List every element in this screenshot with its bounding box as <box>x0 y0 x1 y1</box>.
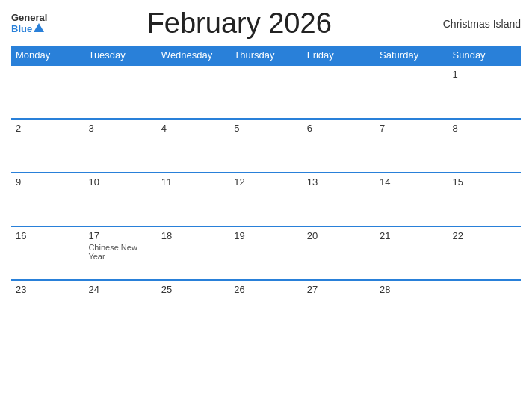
day-number: 12 <box>234 176 297 188</box>
day-number: 15 <box>453 176 516 188</box>
week-row-5: 232425262728 <box>11 280 521 334</box>
day-number: 17 <box>88 230 152 241</box>
calendar-table: MondayTuesdayWednesdayThursdayFridaySatu… <box>11 46 521 334</box>
day-cell: 16 <box>11 226 84 280</box>
col-header-wednesday: Wednesday <box>157 46 229 65</box>
day-cell: 28 <box>375 280 448 334</box>
day-cell: 26 <box>229 280 302 334</box>
day-cell <box>84 65 156 119</box>
calendar-container: General Blue February 2026 Christmas Isl… <box>0 0 532 411</box>
day-cell: 22 <box>448 226 521 280</box>
day-number: 5 <box>234 123 297 134</box>
day-cell: 23 <box>11 280 84 334</box>
day-number: 28 <box>380 284 443 295</box>
day-cell: 2 <box>11 119 84 173</box>
day-cell: 15 <box>448 173 521 226</box>
day-cell <box>157 65 229 119</box>
day-number: 10 <box>88 176 152 188</box>
calendar-header: General Blue February 2026 Christmas Isl… <box>11 7 521 40</box>
day-number: 7 <box>380 123 443 134</box>
day-cell: 19 <box>229 226 302 280</box>
day-cell: 8 <box>448 119 521 173</box>
day-cell: 5 <box>229 119 302 173</box>
day-number: 8 <box>453 123 516 134</box>
day-cell <box>11 65 84 119</box>
day-cell: 13 <box>303 173 375 226</box>
day-number: 21 <box>380 230 443 241</box>
day-number: 27 <box>307 284 371 295</box>
location-label: Christmas Island <box>431 18 521 30</box>
day-cell: 17Chinese New Year <box>84 226 156 280</box>
col-header-sunday: Sunday <box>448 46 521 65</box>
day-number: 20 <box>307 230 371 241</box>
day-cell: 7 <box>375 119 448 173</box>
days-header-row: MondayTuesdayWednesdayThursdayFridaySatu… <box>11 46 521 65</box>
day-number: 3 <box>88 123 152 134</box>
col-header-monday: Monday <box>11 46 84 65</box>
day-cell: 14 <box>375 173 448 226</box>
day-number: 13 <box>307 176 371 188</box>
day-number: 24 <box>88 284 152 295</box>
day-cell: 11 <box>157 173 229 226</box>
logo-triangle-icon <box>34 23 44 32</box>
day-cell: 3 <box>84 119 156 173</box>
day-cell: 25 <box>157 280 229 334</box>
week-row-1: 1 <box>11 65 521 119</box>
day-cell: 6 <box>303 119 375 173</box>
day-number: 6 <box>307 123 371 134</box>
day-number: 16 <box>16 230 79 241</box>
logo-blue-text: Blue <box>11 24 32 34</box>
day-number: 25 <box>161 284 225 295</box>
day-cell: 4 <box>157 119 229 173</box>
col-header-saturday: Saturday <box>375 46 448 65</box>
col-header-friday: Friday <box>303 46 375 65</box>
day-cell: 20 <box>303 226 375 280</box>
day-number: 18 <box>161 230 225 241</box>
day-cell: 1 <box>448 65 521 119</box>
day-cell: 24 <box>84 280 156 334</box>
day-cell: 27 <box>303 280 375 334</box>
logo: General Blue <box>11 13 47 34</box>
day-cell <box>448 280 521 334</box>
event-label: Chinese New Year <box>88 243 152 261</box>
day-cell: 12 <box>229 173 302 226</box>
day-number: 9 <box>16 176 79 188</box>
day-number: 14 <box>380 176 443 188</box>
day-number: 26 <box>234 284 297 295</box>
day-number: 22 <box>453 230 516 241</box>
col-header-thursday: Thursday <box>229 46 302 65</box>
logo-general-text: General <box>11 13 47 23</box>
day-cell: 21 <box>375 226 448 280</box>
col-header-tuesday: Tuesday <box>84 46 156 65</box>
day-cell: 10 <box>84 173 156 226</box>
day-cell <box>229 65 302 119</box>
day-number: 23 <box>16 284 79 295</box>
day-number: 11 <box>161 176 225 188</box>
week-row-3: 9101112131415 <box>11 173 521 226</box>
day-number: 19 <box>234 230 297 241</box>
day-cell <box>303 65 375 119</box>
day-number: 1 <box>453 69 516 80</box>
week-row-4: 1617Chinese New Year1819202122 <box>11 226 521 280</box>
day-number: 4 <box>161 123 225 134</box>
week-row-2: 2345678 <box>11 119 521 173</box>
day-cell <box>375 65 448 119</box>
day-cell: 18 <box>157 226 229 280</box>
month-title: February 2026 <box>47 7 431 40</box>
day-cell: 9 <box>11 173 84 226</box>
day-number: 2 <box>16 123 79 134</box>
